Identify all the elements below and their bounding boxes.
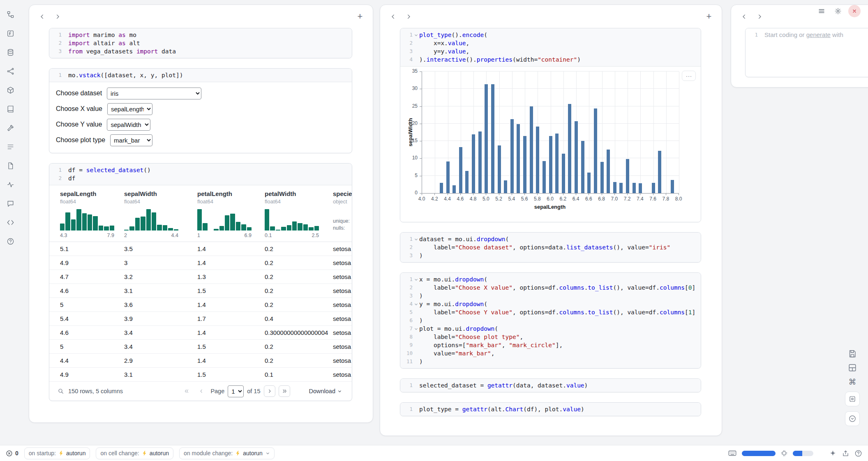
table-cell: 1.4: [197, 245, 265, 252]
chevron-left-icon[interactable]: [738, 10, 750, 23]
empty-code-cell[interactable]: 1 Start coding or generate with: [745, 28, 868, 77]
chart-bar: [575, 121, 578, 193]
command-icon[interactable]: ⌘: [849, 377, 856, 387]
table-cell: 5: [60, 343, 124, 350]
chevron-left-icon[interactable]: [387, 10, 399, 23]
x-value-select[interactable]: sepalLength: [107, 103, 152, 115]
column-header[interactable]: sepalLengthfloat644.37.9: [60, 190, 124, 242]
fold-icon[interactable]: [413, 325, 419, 333]
control-label: Choose dataset: [56, 90, 102, 97]
hist-bar: [65, 212, 70, 230]
ai-sparkle-icon[interactable]: [829, 449, 837, 457]
table-cell: 1.5: [197, 287, 265, 294]
table-cell: setosa: [333, 273, 352, 280]
fold-icon[interactable]: [413, 235, 419, 243]
table-cell: 3.1: [124, 371, 197, 378]
hist-bar: [88, 214, 92, 230]
on-module-change-chip[interactable]: on module change: autorun: [179, 447, 275, 459]
scratchpad-button[interactable]: [845, 392, 860, 406]
chart-bar: [671, 180, 674, 193]
prev-page-button[interactable]: [196, 385, 207, 397]
cell-editor[interactable]: 1plot_type = getattr(alt.Chart(df), plot…: [400, 403, 701, 416]
hist-bar: [146, 209, 151, 230]
search-icon[interactable]: [58, 388, 64, 394]
chart-bar: [626, 159, 629, 193]
generate-link[interactable]: generate: [806, 31, 831, 38]
on-cell-change-chip[interactable]: on cell change: autorun: [96, 447, 173, 459]
marimo-file-icon[interactable]: [4, 27, 16, 39]
download-button[interactable]: Download: [309, 388, 346, 394]
chevron-right-icon[interactable]: [402, 10, 415, 23]
scratchpad-icon[interactable]: [4, 216, 16, 228]
bar-chart[interactable]: sepalWidth sepalLength 051015202530354.0…: [400, 67, 701, 222]
fold-icon[interactable]: [413, 300, 419, 308]
code-line: 1dataset = mo.ui.dropdown(: [400, 235, 701, 243]
y-value-select[interactable]: sepalWidth: [107, 119, 150, 131]
lightning-icon: [59, 450, 63, 456]
error-indicator[interactable]: 0: [6, 450, 18, 457]
file-tree-icon[interactable]: [4, 8, 16, 21]
plot-type-select[interactable]: mark_bar: [110, 134, 152, 146]
cell-editor[interactable]: 1dataset = mo.ui.dropdown(2 label="Choos…: [400, 233, 701, 262]
datasets-icon[interactable]: [4, 46, 16, 58]
chevron-left-icon[interactable]: [36, 10, 48, 23]
column-header[interactable]: petalWidthfloat640.12.5: [265, 190, 333, 242]
first-page-button[interactable]: [181, 385, 192, 397]
code-line: 2 label="Choose dataset", options=data.l…: [400, 243, 701, 251]
help-icon[interactable]: [4, 235, 16, 247]
cell-editor[interactable]: 1plot_type().encode(2 x=x.value,3 y=y.va…: [400, 28, 701, 67]
column-header[interactable]: sepalWidthfloat6424.4: [124, 190, 197, 242]
layout-icon[interactable]: [848, 363, 857, 372]
chart-bar: [452, 185, 456, 193]
cell-editor[interactable]: 1import marimo as mo2import altair as al…: [49, 28, 352, 58]
save-icon[interactable]: [848, 349, 857, 358]
fold-icon[interactable]: [413, 275, 419, 284]
add-cell-button[interactable]: +: [354, 10, 366, 23]
table-row: 53.41.50.2setosa: [49, 340, 352, 354]
snippets-icon[interactable]: [4, 159, 16, 172]
column-header[interactable]: petalLengthfloat6416.9: [197, 190, 265, 242]
menu-icon[interactable]: [815, 5, 828, 17]
page-total-label: of 15: [247, 388, 260, 394]
column-header[interactable]: speciesobjectunique:nulls:: [333, 190, 352, 242]
cell-editor[interactable]: 1df = selected_dataset()2df: [49, 164, 352, 185]
keyboard-icon[interactable]: [728, 449, 737, 458]
close-icon[interactable]: [848, 5, 861, 17]
cell-editor[interactable]: 1x = mo.ui.dropdown(2 label="Choose X va…: [400, 273, 701, 368]
scroll-to-bottom-button[interactable]: [845, 411, 860, 426]
dependency-graph-icon[interactable]: [4, 65, 16, 77]
page-select[interactable]: 1: [228, 385, 244, 397]
cell-editor[interactable]: 1 Start coding or generate with: [746, 28, 868, 41]
chart-actions-button[interactable]: ···: [682, 71, 696, 81]
fold-icon[interactable]: [413, 31, 419, 39]
hist-bar: [135, 218, 140, 230]
on-startup-chip[interactable]: on startup: autorun: [24, 447, 90, 459]
status-bar-right: [728, 449, 862, 458]
chart-bar: [594, 108, 597, 193]
cell-editor[interactable]: 1mo.vstack([dataset, x, y, plot]): [49, 69, 352, 82]
chart-bar: [568, 104, 571, 193]
chevron-right-icon[interactable]: [51, 10, 64, 23]
tracing-icon[interactable]: [4, 178, 16, 191]
cell-editor[interactable]: 1selected_dataset = getattr(data, datase…: [400, 379, 701, 392]
documentation-icon[interactable]: [4, 103, 16, 115]
share-icon[interactable]: [842, 449, 850, 457]
table-cell: 4.9: [60, 371, 124, 378]
add-cell-button[interactable]: +: [703, 10, 715, 23]
outline-icon[interactable]: [4, 141, 16, 153]
table-row: 4.73.21.30.2setosa: [49, 270, 352, 284]
gear-icon[interactable]: [832, 5, 844, 17]
chat-icon[interactable]: [4, 197, 16, 210]
dataset-select[interactable]: iris: [107, 88, 201, 99]
next-page-button[interactable]: [264, 385, 275, 397]
code-line: 1mo.vstack([dataset, x, y, plot]): [49, 71, 352, 79]
hist-bar: [141, 217, 145, 230]
chart-bar: [542, 161, 546, 193]
chevron-right-icon[interactable]: [753, 10, 766, 23]
packages-icon[interactable]: [4, 84, 16, 96]
help-icon[interactable]: [854, 449, 862, 457]
tools-icon[interactable]: [4, 122, 16, 134]
last-page-button[interactable]: [279, 385, 290, 397]
table-cell: 1.4: [197, 357, 265, 364]
table-cell: 0.2: [265, 343, 333, 350]
